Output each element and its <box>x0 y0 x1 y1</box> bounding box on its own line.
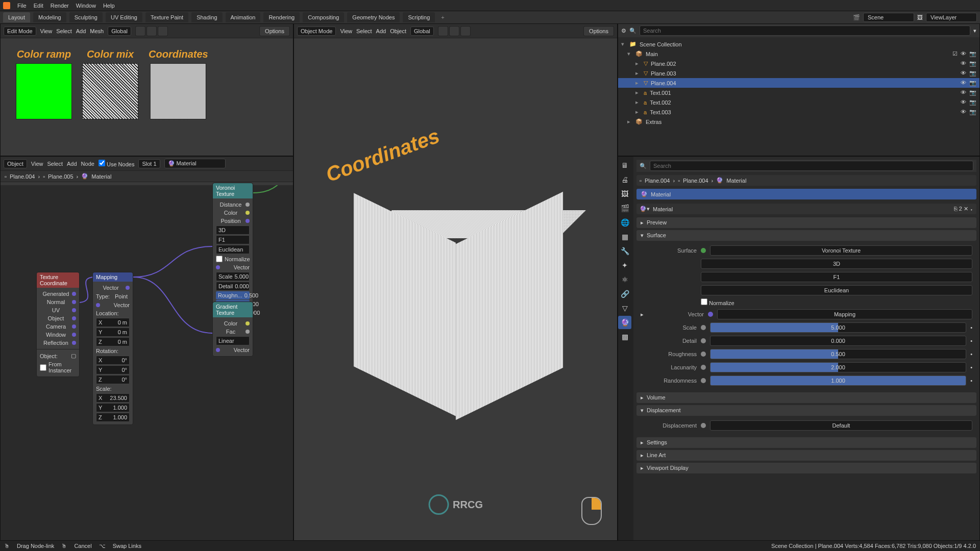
sec-volume[interactable]: ▸Volume <box>636 392 976 403</box>
menu-edit[interactable]: Edit <box>34 3 43 9</box>
header-tool-icons-m[interactable] <box>438 26 471 36</box>
ne-menu-node[interactable]: Node <box>81 161 94 167</box>
prop-roughness[interactable]: Roughness0.500• <box>641 347 972 361</box>
props-search-input[interactable] <box>650 161 973 171</box>
tab-uvediting[interactable]: UV Editing <box>106 12 142 22</box>
menu-view[interactable]: View <box>40 28 53 34</box>
node-gradient[interactable]: Gradient Texture Color Fac Linear Vector <box>212 302 253 357</box>
menu-window[interactable]: Window <box>76 3 96 9</box>
surface-shader[interactable]: Voronoi Texture <box>710 245 972 256</box>
menu-view-m[interactable]: View <box>340 28 352 34</box>
outliner-item[interactable]: ▸▽Plane.002👁📷 <box>618 59 979 68</box>
disp-val[interactable]: Default <box>710 420 972 431</box>
tab-rendering[interactable]: Rendering <box>263 12 300 22</box>
menu-select-m[interactable]: Select <box>356 28 372 34</box>
slot-select[interactable]: Slot 1 <box>138 159 160 168</box>
mode-select-main[interactable]: Object Mode <box>297 27 336 36</box>
menu-help[interactable]: Help <box>103 3 115 9</box>
ptab-output[interactable]: 🖨 <box>618 173 631 186</box>
outliner-item[interactable]: ▸▽Plane.004👁📷 <box>618 78 979 88</box>
header-tool-icons[interactable] <box>135 26 168 36</box>
ptab-render[interactable]: 🖥 <box>618 159 631 172</box>
prop-randomness[interactable]: Randomness1.000• <box>641 374 972 387</box>
prop-scale[interactable]: Scale5.000• <box>641 321 972 334</box>
ne-menu-view[interactable]: View <box>31 161 43 167</box>
sec-settings[interactable]: ▸Settings <box>636 437 976 448</box>
ne-menu-select[interactable]: Select <box>47 161 63 167</box>
tab-scripting[interactable]: Scripting <box>403 12 435 22</box>
scene-selector[interactable]: Scene <box>863 13 914 22</box>
filter-icon[interactable]: ⚙ <box>621 28 626 34</box>
material-datablock[interactable]: 🔮▾Material ⎘ 2 ✕ ▾ <box>636 204 976 214</box>
outliner-row-main[interactable]: ▾📦 Main ☑👁📷 <box>618 49 979 59</box>
add-workspace-icon[interactable]: + <box>438 14 447 20</box>
options-button-left[interactable]: Options <box>259 26 290 36</box>
ptab-object[interactable]: ▦ <box>618 230 631 243</box>
ptab-world[interactable]: 🌐 <box>618 216 631 229</box>
vor-normalize[interactable]: Normalize <box>701 298 734 306</box>
menu-add[interactable]: Add <box>76 28 86 34</box>
node-voronoi[interactable]: Voronoi Texture Distance Color Position … <box>212 183 253 320</box>
tab-shading[interactable]: Shading <box>191 12 222 22</box>
sec-surface[interactable]: ▾Surface <box>636 230 976 241</box>
ptab-texture[interactable]: ▩ <box>618 330 631 343</box>
ptab-viewlayer[interactable]: 🖼 <box>618 187 631 201</box>
ptab-scene[interactable]: 🎬 <box>618 202 631 215</box>
mode-select-left[interactable]: Edit Mode <box>4 27 36 36</box>
orient-select-main[interactable]: Global <box>410 27 434 36</box>
viewlayer-selector[interactable]: ViewLayer <box>926 13 977 22</box>
vor-dim[interactable]: 3D <box>701 259 972 269</box>
tab-geonodes[interactable]: Geometry Nodes <box>347 12 400 22</box>
menu-object-m[interactable]: Object <box>390 28 406 34</box>
view3d-main-canvas[interactable]: Coordinates RRCG <box>294 38 617 540</box>
outliner-search-input[interactable] <box>640 26 970 36</box>
tab-animation[interactable]: Animation <box>226 12 261 22</box>
ne-obj-select[interactable]: Object <box>4 159 27 168</box>
filter-funnel-icon[interactable]: ▾ <box>973 28 976 34</box>
ptab-constraints[interactable]: 🔗 <box>618 287 631 300</box>
view3d-small-canvas[interactable]: Color ramp Color mix Coordinates <box>1 38 293 156</box>
node-breadcrumb[interactable]: ▫Plane.004› ▫Plane.005› 🔮Material <box>1 171 293 182</box>
menu-file[interactable]: File <box>17 3 27 9</box>
prop-lacunarity[interactable]: Lacunarity2.000• <box>641 361 972 374</box>
vor-feat[interactable]: F1 <box>701 272 972 282</box>
tab-sculpting[interactable]: Sculpting <box>69 12 103 22</box>
use-nodes-check[interactable]: Use Nodes <box>99 160 134 167</box>
ne-menu-add[interactable]: Add <box>67 161 77 167</box>
menu-add-m[interactable]: Add <box>376 28 386 34</box>
outliner-tree[interactable]: ▾📁 Scene Collection ▾📦 Main ☑👁📷 ▸▽Plane.… <box>618 37 979 129</box>
tab-modeling[interactable]: Modeling <box>33 12 66 22</box>
sec-preview[interactable]: ▸Preview <box>636 217 976 228</box>
ptab-data[interactable]: ▽ <box>618 302 631 315</box>
tab-layout[interactable]: Layout <box>3 12 30 22</box>
orient-select-left[interactable]: Global <box>108 27 131 36</box>
node-texture-coordinate[interactable]: Texture Coordinate GeneratedNormalUVObje… <box>36 272 80 377</box>
sec-viewport[interactable]: ▸Viewport Display <box>636 463 976 473</box>
sec-lineart[interactable]: ▸Line Art <box>636 450 976 461</box>
menu-render[interactable]: Render <box>51 3 69 9</box>
outliner-item[interactable]: ▸aText.002👁📷 <box>618 97 979 107</box>
ptab-material[interactable]: 🔮 <box>618 316 631 329</box>
tab-texturepaint[interactable]: Texture Paint <box>145 12 188 22</box>
node-mapping[interactable]: Mapping Vector Type:Point Vector Locatio… <box>92 272 133 425</box>
outliner-item[interactable]: ▸aText.003👁📷 <box>618 107 979 117</box>
ptab-modifier[interactable]: 🔧 <box>618 244 631 258</box>
options-button-main[interactable]: Options <box>583 26 614 36</box>
props-breadcrumb[interactable]: ▫Plane.004› ▫Plane.004› 🔮Material <box>636 175 976 186</box>
node-canvas[interactable]: Texture Coordinate GeneratedNormalUVObje… <box>1 185 293 540</box>
menu-select[interactable]: Select <box>56 28 72 34</box>
outliner-item[interactable]: ▸▽Plane.003👁📷 <box>618 68 979 78</box>
menu-mesh[interactable]: Mesh <box>90 28 104 34</box>
outliner-row-extras[interactable]: ▸📦 Extras <box>618 117 979 127</box>
ptab-physics[interactable]: ⚛ <box>618 273 631 286</box>
sec-displacement[interactable]: ▾Displacement <box>636 405 976 416</box>
prop-detail[interactable]: Detail0.000• <box>641 334 972 347</box>
tab-compositing[interactable]: Compositing <box>303 12 344 22</box>
outliner-row-root[interactable]: ▾📁 Scene Collection <box>618 39 979 49</box>
outliner-item[interactable]: ▸aText.001👁📷 <box>618 88 979 97</box>
mat-select[interactable]: 🔮 Material <box>164 159 226 168</box>
material-slot[interactable]: 🔮Material <box>636 189 976 199</box>
vor-metric[interactable]: Euclidean <box>701 285 972 295</box>
vor-vector[interactable]: Mapping <box>717 309 972 319</box>
ptab-particles[interactable]: ✦ <box>618 259 631 272</box>
